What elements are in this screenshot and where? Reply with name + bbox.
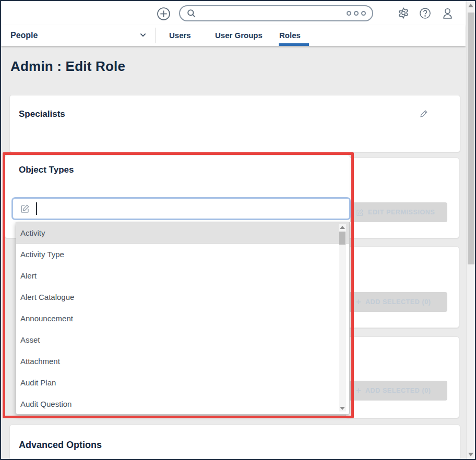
text-cursor <box>36 202 37 215</box>
top-bar <box>1 1 466 25</box>
scroll-down-icon[interactable] <box>468 453 473 456</box>
plus-icon: + <box>356 298 361 306</box>
app-selector-people[interactable]: People <box>10 25 147 46</box>
window-scrollbar-thumb[interactable] <box>468 13 474 264</box>
dropdown-item-asset[interactable]: Asset <box>16 329 349 350</box>
tab-users[interactable]: Users <box>169 25 191 46</box>
add-icon[interactable] <box>157 7 171 21</box>
add-selected-button-1[interactable]: + ADD SELECTED (0) <box>349 292 447 312</box>
add-selected-card-2 <box>346 336 459 418</box>
scroll-up-icon[interactable] <box>340 226 345 229</box>
object-types-card-title: Object Types <box>19 165 74 175</box>
help-icon[interactable] <box>419 7 431 19</box>
tab-roles[interactable]: Roles <box>279 25 301 46</box>
three-dots-icon[interactable] <box>347 11 366 16</box>
window-scrollbar[interactable] <box>466 1 475 459</box>
edit-permissions-button[interactable]: EDIT PERMISSIONS <box>349 202 447 222</box>
plus-icon: + <box>356 386 361 395</box>
active-tab-underline <box>279 43 309 46</box>
edit-pencil-icon[interactable] <box>420 109 429 118</box>
dropdown-item-announcement[interactable]: Announcement <box>16 308 349 329</box>
advanced-options-card-title: Advanced Options <box>19 440 102 451</box>
nav-bar: People Users User Groups Roles <box>1 25 466 46</box>
nav-divider <box>155 28 156 43</box>
dropdown-scrollbar[interactable] <box>339 224 346 411</box>
edit-square-icon <box>20 204 30 213</box>
edit-square-icon <box>356 209 364 216</box>
scroll-down-icon[interactable] <box>340 407 345 410</box>
object-type-dropdown: Activity Activity Type Alert Alert Catal… <box>16 222 350 415</box>
dropdown-item-alert[interactable]: Alert <box>16 265 349 286</box>
dropdown-item-alert-catalogue[interactable]: Alert Catalogue <box>16 286 349 308</box>
dropdown-item-activity[interactable]: Activity <box>16 222 349 244</box>
tab-user-groups[interactable]: User Groups <box>215 25 263 46</box>
app-selector-label: People <box>10 31 38 40</box>
dropdown-item-attachment[interactable]: Attachment <box>16 350 349 372</box>
dropdown-item-audit-plan[interactable]: Audit Plan <box>16 372 349 393</box>
page-title: Admin : Edit Role <box>10 58 125 75</box>
dropdown-item-audit-question[interactable]: Audit Question <box>16 393 349 415</box>
permissions-card <box>346 158 459 238</box>
add-selected-button-2[interactable]: + ADD SELECTED (0) <box>349 381 447 401</box>
search-input[interactable] <box>179 5 373 21</box>
gear-icon[interactable] <box>397 7 410 19</box>
search-icon <box>186 8 196 18</box>
chevron-down-icon <box>139 31 147 39</box>
add-selected-card-1 <box>346 246 459 328</box>
dropdown-scrollbar-thumb[interactable] <box>339 232 346 245</box>
object-type-search-input[interactable] <box>11 197 351 220</box>
person-icon[interactable] <box>441 7 454 20</box>
specialists-card: Specialists <box>9 95 460 152</box>
specialists-card-title: Specialists <box>19 109 65 119</box>
advanced-options-card: Advanced Options <box>9 425 460 460</box>
scroll-up-icon[interactable] <box>468 4 473 7</box>
dropdown-item-activity-type[interactable]: Activity Type <box>16 244 349 265</box>
app-window: People Users User Groups Roles Admin : E… <box>0 0 476 460</box>
